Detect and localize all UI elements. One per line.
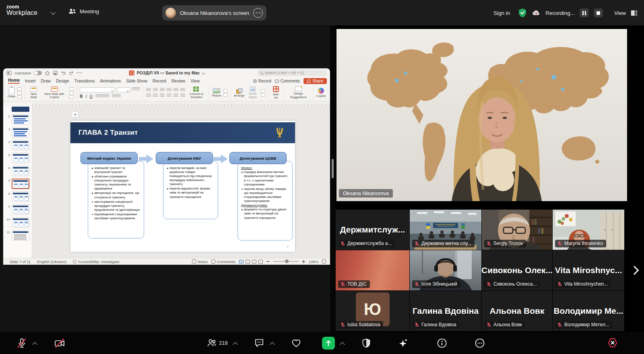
participant-tile[interactable]: ТОВ ДІС bbox=[336, 250, 409, 290]
zoom-slider-knob[interactable] bbox=[285, 259, 289, 263]
participant-tile[interactable]: Альона Вовк Альона Вовк bbox=[482, 291, 552, 331]
thumbnail-row[interactable]: 8 bbox=[6, 191, 30, 202]
bullets-icon[interactable] bbox=[146, 88, 151, 92]
new-slide-copilot-button[interactable]: New Slide with Copilot bbox=[41, 86, 67, 99]
reset-icon[interactable] bbox=[69, 91, 74, 95]
save-icon[interactable] bbox=[53, 70, 58, 76]
participant-tile[interactable]: Ілля Зібницький bbox=[410, 250, 481, 290]
tab-animations[interactable]: Animations bbox=[100, 78, 121, 84]
thumbnail-slide-6[interactable] bbox=[12, 166, 29, 176]
thumbnail-row[interactable]: 10 bbox=[6, 217, 30, 228]
shapes-icon[interactable] bbox=[223, 89, 228, 93]
thumbnail-slide-11[interactable] bbox=[12, 230, 29, 241]
italic-button[interactable]: I bbox=[85, 94, 87, 99]
convert-smartart-button[interactable]: Convert to SmartArt bbox=[187, 86, 206, 99]
thumbnail-row[interactable]: 11 bbox=[6, 230, 30, 241]
text-box-icon[interactable] bbox=[223, 93, 228, 97]
quick-styles-button[interactable]: Quick Styles bbox=[246, 86, 259, 99]
bold-button[interactable]: B bbox=[80, 94, 83, 99]
font-color-icons[interactable] bbox=[112, 94, 121, 98]
thumbnail-slide-3[interactable] bbox=[12, 127, 29, 138]
ai-companion-button[interactable] bbox=[398, 338, 409, 349]
add-ins-button[interactable]: Add-ins bbox=[271, 86, 280, 100]
participant-tile[interactable]: Maryna Ihnatenko bbox=[553, 210, 624, 250]
zoom-in-icon[interactable] bbox=[302, 260, 305, 263]
picture-button[interactable]: Picture bbox=[212, 88, 221, 97]
share-button[interactable]: Share bbox=[303, 78, 327, 84]
new-slide-button[interactable]: New Slide bbox=[28, 86, 39, 99]
record-button[interactable]: Record bbox=[253, 79, 271, 83]
thumbnail-slide-7-selected[interactable] bbox=[12, 179, 29, 189]
info-button[interactable] bbox=[436, 338, 448, 349]
participant-tile[interactable]: Володимир Ме... Володимир Метел... bbox=[553, 291, 624, 331]
security-button[interactable] bbox=[361, 338, 372, 349]
tab-insert[interactable]: Insert bbox=[25, 78, 35, 84]
thumbnail-row[interactable]: 3 bbox=[6, 127, 30, 138]
autosave-toggle[interactable] bbox=[34, 71, 42, 75]
participant-tile[interactable]: Ю Iuliia Soldatova bbox=[336, 291, 409, 331]
tab-view[interactable]: View bbox=[190, 78, 200, 84]
accessibility-status[interactable]: Accessibility: Investigate bbox=[73, 259, 120, 264]
zoom-out-icon[interactable] bbox=[266, 261, 269, 262]
comments-panel-button[interactable]: Comments bbox=[211, 259, 235, 264]
tab-draw[interactable]: Draw bbox=[41, 78, 51, 84]
columns-icon[interactable] bbox=[180, 94, 185, 97]
thumbnail-slide-4[interactable] bbox=[12, 140, 29, 150]
font-size-select[interactable] bbox=[117, 87, 130, 93]
zoom-slider[interactable] bbox=[273, 261, 299, 262]
participant-tile[interactable]: Держмитслуж... Держмитслужба а... bbox=[336, 210, 409, 250]
mute-options-chevron-icon[interactable] bbox=[32, 342, 37, 347]
text-direction-icon[interactable] bbox=[180, 88, 185, 92]
paste-button[interactable]: Paste bbox=[8, 87, 15, 98]
thumbnail-row[interactable]: 5 bbox=[6, 153, 30, 163]
view-layout-icon[interactable] bbox=[631, 10, 638, 16]
stop-recording-button[interactable] bbox=[594, 8, 603, 17]
thumbnail-slide-2[interactable] bbox=[12, 114, 29, 125]
tab-meeting[interactable]: Meeting bbox=[68, 8, 99, 14]
participants-chevron-icon[interactable] bbox=[233, 342, 238, 347]
tab-transitions[interactable]: Transitions bbox=[74, 78, 95, 84]
format-painter-icon[interactable] bbox=[17, 95, 22, 99]
tab-review[interactable]: Review bbox=[171, 78, 185, 84]
slide-sorter-view-icon[interactable] bbox=[246, 260, 250, 263]
participants-button[interactable] bbox=[206, 338, 217, 349]
participant-tile[interactable]: Sergiy Trusov bbox=[482, 210, 552, 250]
design-ideas-floating-button[interactable] bbox=[72, 111, 78, 117]
arrange-button[interactable]: Arrange bbox=[234, 88, 245, 97]
participant-tile[interactable]: Державна митна слу... bbox=[410, 210, 481, 250]
screen-tab-options-button[interactable] bbox=[253, 8, 263, 18]
line-spacing-icon[interactable] bbox=[173, 88, 178, 92]
indent-increase-icon[interactable] bbox=[167, 88, 171, 92]
tab-design[interactable]: Design bbox=[56, 78, 69, 84]
thumbnail-slide-8[interactable] bbox=[12, 191, 29, 202]
numbering-icon[interactable] bbox=[153, 88, 158, 92]
shape-fill-icon[interactable] bbox=[261, 89, 265, 93]
security-shield-icon[interactable] bbox=[518, 8, 527, 18]
cut-icon[interactable] bbox=[17, 87, 22, 91]
thumbnail-row[interactable]: 6 bbox=[6, 166, 30, 176]
thumbnail-row[interactable]: 4 bbox=[6, 140, 30, 150]
comments-button[interactable]: Comments bbox=[275, 79, 300, 83]
thumbnail-row[interactable]: 9 bbox=[6, 204, 30, 215]
workspace-chevron-down-icon[interactable] bbox=[51, 10, 55, 14]
redo-icon[interactable] bbox=[69, 70, 74, 76]
slideshow-view-icon[interactable] bbox=[258, 260, 263, 263]
text-effects-icons[interactable] bbox=[95, 94, 109, 98]
thumbnail-slide-5[interactable] bbox=[12, 153, 29, 163]
language-indicator[interactable]: English (Ukraine) bbox=[37, 259, 66, 264]
tab-slide-show[interactable]: Slide Show bbox=[126, 78, 148, 84]
align-center-icon[interactable] bbox=[153, 94, 158, 97]
gallery-next-page-button[interactable] bbox=[630, 266, 639, 276]
thumbnail-slide-9[interactable] bbox=[12, 204, 29, 215]
more-commands-icon[interactable] bbox=[77, 72, 82, 74]
copilot-button[interactable]: Copilot bbox=[316, 88, 326, 98]
participant-tile[interactable]: Vita Miroshnyc... Vita Miroshnychen... bbox=[553, 250, 624, 290]
view-button[interactable]: View bbox=[614, 10, 626, 16]
align-text-icon[interactable] bbox=[173, 94, 178, 97]
thumbnail-slide-10[interactable] bbox=[12, 217, 29, 228]
panel-resize-handle[interactable] bbox=[332, 159, 334, 178]
sign-in-link[interactable]: Sign in bbox=[493, 10, 510, 16]
undo-icon[interactable] bbox=[61, 70, 66, 76]
home-icon[interactable] bbox=[45, 70, 50, 76]
tab-record[interactable]: Record bbox=[153, 78, 166, 84]
